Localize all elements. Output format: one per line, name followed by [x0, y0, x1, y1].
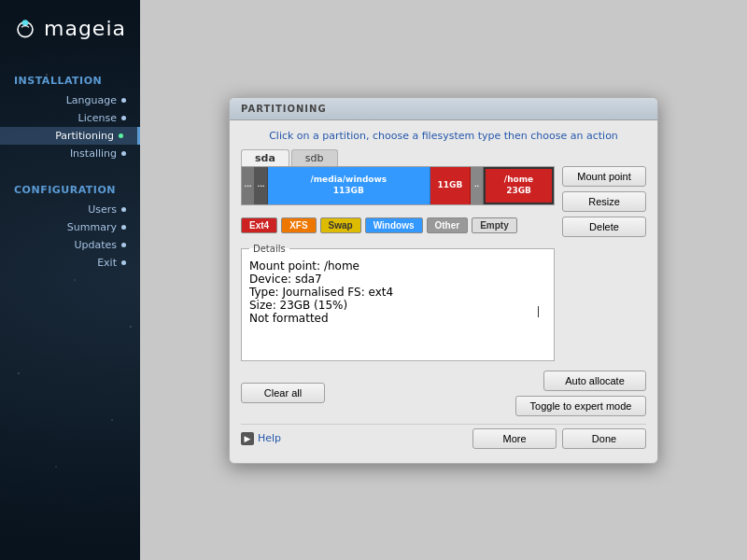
- action-row: Clear all Auto allocate Toggle to expert…: [241, 371, 646, 416]
- legend-xfs-button[interactable]: XFS: [281, 217, 316, 233]
- delete-button[interactable]: Delete: [562, 217, 646, 237]
- action-buttons-panel: Mount point Resize Delete: [562, 166, 646, 237]
- partition-segment-windows[interactable]: /media/windows113GB: [268, 167, 430, 204]
- details-content: Mount point: /home Device: sda7 Type: Jo…: [249, 259, 546, 353]
- logo-area: mageia: [0, 0, 140, 61]
- partition-label-home: /home23GB: [504, 175, 533, 196]
- details-line-3: Type: Journalised FS: ext4: [249, 286, 546, 299]
- sidebar: mageia INSTALLATION Language License Par…: [0, 0, 140, 560]
- partition-segment-2[interactable]: ...: [255, 167, 268, 204]
- legend-other-button[interactable]: Other: [427, 217, 469, 233]
- configuration-section-title: CONFIGURATION: [0, 179, 140, 201]
- sidebar-item-language[interactable]: Language: [0, 91, 140, 109]
- disk-tab-sda[interactable]: sda: [241, 149, 289, 166]
- sidebar-item-label: Partitioning: [55, 130, 114, 142]
- partition-segment-home[interactable]: /home23GB: [484, 167, 554, 204]
- help-link[interactable]: ▶ Help: [241, 432, 281, 445]
- partition-container: ... ... /media/windows113GB 11GB: [241, 166, 555, 205]
- help-icon: ▶: [241, 432, 254, 445]
- legend-bar: Ext4 XFS Swap Windows Other Empty: [241, 213, 555, 238]
- partition-label-windows: /media/windows113GB: [310, 175, 387, 196]
- sidebar-dot: [121, 225, 126, 230]
- legend-ext4-button[interactable]: Ext4: [241, 217, 277, 233]
- dialog-title-bar: PARTITIONING: [230, 98, 657, 120]
- configuration-section: CONFIGURATION Users Summary Updates Exit: [0, 179, 140, 272]
- sidebar-item-installing[interactable]: Installing: [0, 145, 140, 162]
- partition-segment-4[interactable]: ..: [471, 167, 484, 204]
- details-line-4: Size: 23GB (15%): [249, 299, 546, 312]
- details-line-2: Device: sda7: [249, 273, 546, 286]
- installation-section: INSTALLATION Language License Partitioni…: [0, 70, 140, 162]
- resize-button[interactable]: Resize: [562, 191, 646, 212]
- dialog-title: PARTITIONING: [241, 104, 327, 114]
- more-button[interactable]: More: [472, 428, 557, 449]
- done-button[interactable]: Done: [562, 428, 646, 449]
- installation-section-title: INSTALLATION: [0, 70, 140, 91]
- footer-row: ▶ Help More Done: [241, 424, 646, 449]
- sidebar-item-summary[interactable]: Summary: [0, 218, 140, 236]
- sidebar-item-label: Updates: [74, 239, 117, 251]
- sidebar-dot: [121, 98, 126, 103]
- main-content-area: PARTITIONING Click on a partition, choos…: [140, 0, 747, 560]
- instruction-text: Click on a partition, choose a filesyste…: [241, 130, 646, 142]
- footer-buttons: More Done: [472, 428, 646, 449]
- partition-segment-1[interactable]: ...: [242, 167, 255, 204]
- partitioning-dialog: PARTITIONING Click on a partition, choos…: [229, 97, 658, 464]
- details-legend: Details: [249, 244, 289, 254]
- legend-swap-button[interactable]: Swap: [320, 217, 361, 233]
- sidebar-item-label: License: [78, 112, 117, 124]
- mageia-logo-icon: [14, 14, 36, 42]
- partition-label-3: 11GB: [437, 180, 462, 191]
- partition-bar: ... ... /media/windows113GB 11GB: [242, 167, 554, 204]
- dialog-content: Click on a partition, choose a filesyste…: [230, 130, 657, 449]
- partition-left: ... ... /media/windows113GB 11GB: [241, 166, 555, 371]
- details-fieldset: Details Mount point: /home Device: sda7 …: [241, 244, 555, 361]
- sidebar-dot: [121, 207, 126, 212]
- logo-text: mageia: [44, 17, 126, 40]
- sidebar-item-users[interactable]: Users: [0, 201, 140, 218]
- sidebar-dot: [121, 260, 126, 265]
- sidebar-item-label: Language: [66, 94, 117, 106]
- disk-tab-sdb[interactable]: sdb: [291, 149, 338, 166]
- details-line-5: Not formatted: [249, 312, 546, 325]
- sidebar-item-partitioning[interactable]: Partitioning: [0, 127, 140, 145]
- right-action-buttons: Auto allocate Toggle to expert mode: [515, 371, 646, 416]
- help-label: Help: [258, 432, 281, 444]
- details-line-1: Mount point: /home: [249, 259, 546, 273]
- sidebar-item-updates[interactable]: Updates: [0, 236, 140, 254]
- disk-tabs: sda sdb: [241, 149, 646, 166]
- partition-label-4: ..: [474, 181, 479, 189]
- partition-label-2: ...: [258, 181, 265, 189]
- sidebar-dot: [121, 151, 126, 156]
- svg-point-1: [22, 20, 28, 25]
- sidebar-dot: [119, 133, 123, 138]
- clear-all-button[interactable]: Clear all: [241, 383, 325, 403]
- sidebar-dot: [121, 116, 126, 120]
- sidebar-item-label: Installing: [70, 147, 117, 160]
- middle-row: ... ... /media/windows113GB 11GB: [241, 166, 646, 371]
- sidebar-item-label: Exit: [97, 257, 117, 269]
- partition-label-1: ...: [245, 181, 252, 189]
- sidebar-item-exit[interactable]: Exit: [0, 254, 140, 272]
- partition-segment-3[interactable]: 11GB: [430, 167, 471, 204]
- cursor-position: [538, 306, 539, 320]
- sidebar-item-license[interactable]: License: [0, 109, 140, 127]
- sidebar-dot: [121, 243, 126, 247]
- toggle-expert-button[interactable]: Toggle to expert mode: [515, 396, 646, 416]
- auto-allocate-button[interactable]: Auto allocate: [543, 371, 646, 391]
- sidebar-item-label: Summary: [67, 221, 117, 233]
- legend-windows-button[interactable]: Windows: [365, 217, 423, 233]
- text-cursor: [538, 306, 539, 317]
- mount-point-button[interactable]: Mount point: [562, 166, 646, 187]
- sidebar-item-label: Users: [88, 203, 117, 216]
- legend-empty-button[interactable]: Empty: [472, 217, 517, 233]
